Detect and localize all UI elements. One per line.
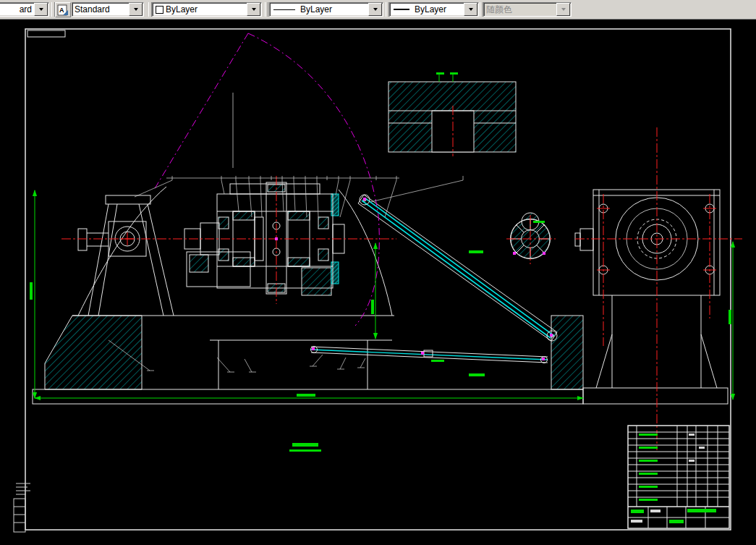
gearbox-view [575,190,720,388]
drawing-frame [25,29,731,530]
linetype-sample [273,9,295,10]
phantom-swing-path [154,33,379,326]
revision-strip [14,483,30,532]
text-style-glyph: A [57,4,69,16]
color-combo[interactable]: ByLayer [152,2,262,17]
chevron-down-icon[interactable] [368,3,382,16]
plot-style-value: 随颜色 [484,4,556,16]
chevron-down-icon[interactable] [464,3,477,16]
callout-leaders [109,176,463,372]
lineweight-sample [394,9,409,10]
drawing-canvas[interactable] [0,20,756,545]
lineweight-combo[interactable]: ByLayer [389,2,479,17]
dimensions [30,72,733,452]
color-value: ByLayer [163,4,247,14]
plot-style-combo: 随颜色 [483,2,572,17]
chevron-down-icon[interactable] [34,3,48,16]
tie-rod [311,347,548,363]
chevron-down-icon [556,3,570,16]
lineweight-value: ByLayer [412,4,464,14]
cad-drawing [0,20,756,545]
color-swatch [156,6,163,14]
dim-style-combo[interactable]: ard [0,2,49,17]
centerlines [61,106,742,450]
hatched-sections [45,82,583,389]
linetype-value: ByLayer [298,4,368,14]
chevron-down-icon[interactable] [129,3,143,16]
svg-text:A: A [59,7,64,14]
chevron-down-icon[interactable] [247,3,260,16]
object-properties-toolbar: ard A Standard ByLayer ByLayer ByLayer 随… [0,0,756,20]
linetype-combo[interactable]: ByLayer [269,2,383,17]
toolbar-grip [265,2,268,17]
dim-style-value: ard [0,4,34,14]
text-style-value: Standard [72,4,129,14]
text-style-icon[interactable]: A [55,2,71,17]
text-style-combo[interactable]: Standard [72,2,144,17]
title-block [628,426,729,528]
